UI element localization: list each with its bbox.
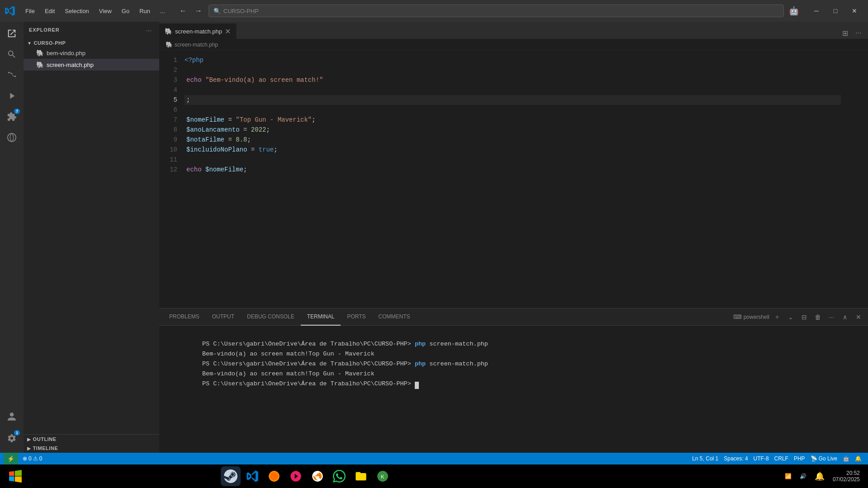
settings-badge: 1 bbox=[14, 430, 20, 436]
menu-more[interactable]: ... bbox=[156, 6, 170, 16]
explorer-activity-icon[interactable] bbox=[2, 24, 22, 43]
split-editor-btn[interactable]: ⊞ bbox=[839, 27, 851, 39]
maximize-btn[interactable]: □ bbox=[826, 3, 844, 19]
folder-header[interactable]: ▼ CURSO-PHP bbox=[24, 39, 159, 47]
status-ln-col[interactable]: Ln 5, Col 1 bbox=[689, 453, 721, 464]
search-icon: 🔍 bbox=[213, 8, 221, 14]
windows-start-icon[interactable] bbox=[5, 466, 25, 486]
minimize-btn[interactable]: ─ bbox=[807, 3, 825, 19]
wifi-icon: 📶 bbox=[785, 473, 792, 479]
tab-close-btn[interactable]: ✕ bbox=[225, 27, 231, 36]
panel-tab-output[interactable]: OUTPUT bbox=[206, 308, 241, 326]
panel-tab-comments[interactable]: COMMENTS bbox=[372, 308, 417, 326]
tab-php-icon: 🐘 bbox=[165, 28, 172, 35]
browser2-taskbar-icon[interactable] bbox=[308, 466, 327, 486]
code-line-3: echo "Bem-vindo(a) ao screen match!" bbox=[185, 75, 841, 85]
code-line-4 bbox=[185, 85, 841, 95]
taskbar-volume-item[interactable]: 🔊 bbox=[797, 472, 809, 480]
settings-activity-icon[interactable]: 1 bbox=[2, 428, 22, 448]
status-copilot-btn[interactable]: 🤖 bbox=[840, 453, 852, 464]
warning-icon: ⚠ bbox=[33, 455, 38, 462]
menu-run[interactable]: Run bbox=[135, 6, 155, 16]
titlebar-right-actions: 🤖 ─ □ ✕ bbox=[787, 3, 863, 19]
vscode-taskbar-icon[interactable] bbox=[242, 466, 262, 486]
taskbar-time: 20:52 bbox=[846, 470, 860, 476]
error-count: 0 bbox=[28, 455, 32, 462]
go-live-icon: 📡 bbox=[811, 455, 817, 462]
panel-tab-debug-console[interactable]: DEBUG CONSOLE bbox=[241, 308, 301, 326]
files-taskbar-icon[interactable] bbox=[351, 466, 371, 486]
more-actions-btn[interactable]: ··· bbox=[853, 27, 864, 39]
panel-close-btn[interactable]: ✕ bbox=[853, 311, 864, 323]
powershell-icon: ⌨ bbox=[733, 313, 742, 320]
svg-text:K: K bbox=[381, 474, 384, 479]
panel-tab-ports[interactable]: PORTS bbox=[341, 308, 372, 326]
taskbar-wifi-item[interactable]: 📶 bbox=[782, 472, 794, 480]
whatsapp-taskbar-icon[interactable] bbox=[329, 466, 349, 486]
code-content[interactable]: <?php echo "Bem-vindo(a) ao screen match… bbox=[181, 51, 841, 308]
php-file-icon-2: 🐘 bbox=[36, 61, 44, 68]
music-taskbar-icon[interactable] bbox=[286, 466, 306, 486]
status-errors[interactable]: ⊗ 0 ⚠ 0 bbox=[20, 453, 45, 464]
terminal-dropdown-btn[interactable]: ⌄ bbox=[785, 311, 797, 323]
terminal-more-btn[interactable]: ··· bbox=[825, 311, 837, 323]
run-debug-activity-icon[interactable] bbox=[2, 86, 22, 106]
remote-indicator[interactable]: ⚡ bbox=[4, 453, 18, 464]
nav-forward-btn[interactable]: → bbox=[192, 5, 205, 17]
notification-icon: 🔔 bbox=[815, 471, 825, 481]
menu-edit[interactable]: Edit bbox=[40, 6, 59, 16]
menu-selection[interactable]: Selection bbox=[60, 6, 93, 16]
status-spaces[interactable]: Spaces: 4 bbox=[721, 453, 750, 464]
status-go-live[interactable]: 📡 Go Live bbox=[808, 453, 840, 464]
menu-view[interactable]: View bbox=[95, 6, 116, 16]
source-control-activity-icon[interactable] bbox=[2, 65, 22, 85]
menu-file[interactable]: File bbox=[21, 6, 39, 16]
nav-back-btn[interactable]: ← bbox=[177, 5, 190, 17]
activity-bar: 7 1 bbox=[0, 22, 24, 453]
code-line-7: $nomeFilme = "Top Gun - Maverick"; bbox=[185, 115, 841, 125]
taskbar-notification-item[interactable]: 🔔 bbox=[812, 470, 827, 482]
browser-activity-icon[interactable] bbox=[2, 128, 22, 147]
status-encoding[interactable]: UTF-8 bbox=[751, 453, 772, 464]
taskbar-clock[interactable]: 20:52 07/02/2025 bbox=[830, 470, 863, 483]
status-right: Ln 5, Col 1 Spaces: 4 UTF-8 CRLF PHP 📡 G… bbox=[689, 453, 864, 464]
remote-icon: ⚡ bbox=[7, 455, 14, 462]
code-line-8: $anoLancamento = 2022; bbox=[185, 125, 841, 135]
search-activity-icon[interactable] bbox=[2, 44, 22, 64]
app-logo bbox=[5, 5, 15, 16]
file-item-bem-vindo[interactable]: 🐘 bem-vindo.php bbox=[24, 47, 159, 59]
status-line-ending[interactable]: CRLF bbox=[772, 453, 791, 464]
code-editor[interactable]: 1 2 3 4 5 6 7 8 9 10 11 12 <?php echo "B… bbox=[159, 51, 868, 308]
file-item-screen-match[interactable]: 🐘 screen-match.php bbox=[24, 59, 159, 71]
account-activity-icon[interactable] bbox=[2, 407, 22, 426]
panel-tab-terminal[interactable]: TERMINAL bbox=[301, 308, 341, 326]
timeline-arrow-icon: ▶ bbox=[27, 446, 31, 451]
status-language[interactable]: PHP bbox=[791, 453, 808, 464]
titlebar: File Edit Selection View Go Run ... ← → … bbox=[0, 0, 868, 22]
outline-section[interactable]: ▶ OUTLINE bbox=[24, 435, 159, 444]
global-search-box[interactable]: 🔍 CURSO-PHP bbox=[209, 5, 784, 17]
code-line-10: $incluidoNoPlano = true; bbox=[185, 145, 841, 155]
code-line-5: ; bbox=[185, 95, 841, 105]
kill-terminal-btn[interactable]: 🗑 bbox=[812, 311, 824, 323]
status-notification-btn[interactable]: 🔔 bbox=[852, 453, 864, 464]
extensions-activity-icon[interactable]: 7 bbox=[2, 107, 22, 127]
new-terminal-btn[interactable]: ＋ bbox=[771, 311, 783, 323]
close-btn[interactable]: ✕ bbox=[845, 3, 863, 19]
panel-maximize-btn[interactable]: ∧ bbox=[839, 311, 851, 323]
copilot-btn[interactable]: 🤖 bbox=[787, 5, 800, 17]
folder-section: ▼ CURSO-PHP 🐘 bem-vindo.php 🐘 screen-mat… bbox=[24, 38, 159, 71]
steam-taskbar-icon[interactable] bbox=[221, 466, 241, 486]
menu-go[interactable]: Go bbox=[117, 6, 134, 16]
editor-tab-screen-match[interactable]: 🐘 screen-match.php ✕ bbox=[159, 24, 237, 39]
terminal-content[interactable]: PS C:\Users\gabri\OneDrive\Área de Traba… bbox=[159, 326, 868, 453]
go-live-label: Go Live bbox=[819, 455, 837, 462]
waterfox-taskbar-icon[interactable] bbox=[264, 466, 284, 486]
sidebar-more-btn[interactable]: ··· bbox=[144, 25, 154, 35]
panel-tab-problems[interactable]: PROBLEMS bbox=[163, 308, 206, 326]
app-taskbar-icon[interactable]: K bbox=[373, 466, 393, 486]
split-terminal-btn[interactable]: ⊟ bbox=[798, 311, 810, 323]
sidebar-header-actions: ··· bbox=[144, 25, 154, 35]
code-line-2 bbox=[185, 65, 841, 75]
timeline-section[interactable]: ▶ TIMELINE bbox=[24, 444, 159, 453]
